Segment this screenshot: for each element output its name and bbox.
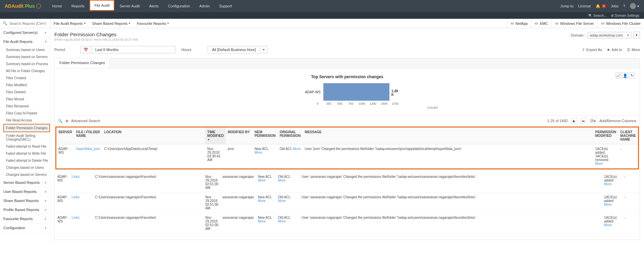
sidebar-item-file-read-access[interactable]: File Read Access <box>0 117 50 124</box>
platform-windows-file-server[interactable]: ▭ Windows File Server <box>551 19 597 28</box>
col-original-permission[interactable]: ORIGINAL PERMISSION <box>278 128 303 144</box>
add-remove-cols[interactable]: Add/Remove Columns <box>599 119 636 123</box>
sidebar-item-files-copy-n-pasted[interactable]: Files Copy-N-Pasted <box>0 110 50 117</box>
tab-permission-changes[interactable]: Folder Permission Changes <box>54 58 110 68</box>
domain-extra-dropdown[interactable]: ▾ <box>633 32 640 39</box>
col-client-machine-name[interactable]: CLIENT MACHINE NAME <box>618 128 638 144</box>
sidebar-item-summary-based-on-process[interactable]: Summary based on Process <box>0 60 50 67</box>
file-link[interactable]: Links <box>72 216 79 219</box>
chart-tool-3[interactable]: ↻ <box>629 72 635 79</box>
table-row[interactable]: ADAP-WSLinksC:\Users\saravanan.nagarajan… <box>55 193 639 213</box>
oldperm-more[interactable]: More <box>278 179 286 182</box>
col-server[interactable]: SERVER <box>56 128 74 144</box>
sidebar-group-server-based-reports[interactable]: Server Based Reports▸ <box>0 178 50 187</box>
alerts-button[interactable]: 🔔3 <box>596 4 606 8</box>
sidebar-item-folder-audit-setting-changes-sacl-[interactable]: Folder Audit Setting Changes(SACL) <box>0 132 50 143</box>
sidebar-item-files-modified[interactable]: Files Modified <box>0 82 50 89</box>
sidebar-item-folder-permission-changes[interactable]: Folder Permission Changes <box>3 124 50 132</box>
file-link[interactable]: Links <box>72 175 79 179</box>
jobs-link[interactable]: Jobs <box>611 4 619 8</box>
col-message[interactable]: MESSAGE <box>303 128 593 144</box>
report-search[interactable]: 🔍 <box>0 19 50 28</box>
table-row[interactable]: ADAP-WShsperfdata_jonnC:\Users\jonn\AppD… <box>56 144 638 168</box>
table-search-icon[interactable]: 🔍 <box>58 119 63 123</box>
subnav-favourite-reports[interactable]: Favourite Reports ▾ <box>133 21 172 26</box>
search-input[interactable] <box>9 21 46 26</box>
sidebar-group-configured-server-s-[interactable]: Configured Server(s)▸ <box>0 28 50 37</box>
sidebar-group-configuration[interactable]: Configuration▸ <box>0 223 50 233</box>
nav-admin[interactable]: Admin <box>195 0 214 12</box>
sidebar-item-changes-based-on-servers[interactable]: Changes based on Servers <box>0 171 50 178</box>
newperm-more[interactable]: More <box>255 151 262 154</box>
sidebar-item-summary-based-on-servers[interactable]: Summary based on Servers <box>0 53 50 60</box>
advanced-search[interactable]: Advanced Search <box>71 119 100 123</box>
platform-netapp[interactable]: ▭ NetApp <box>507 19 531 28</box>
nav-alerts[interactable]: Alerts <box>145 0 163 12</box>
license-link[interactable]: License <box>578 4 591 8</box>
sidebar-item-files-renamed[interactable]: Files Renamed <box>0 103 50 110</box>
pmod-more[interactable]: More <box>604 203 612 206</box>
sidebar-group-favourite-reports[interactable]: Favourite Reports▸ <box>0 214 50 223</box>
oldperm-more[interactable]: More <box>278 199 286 203</box>
export-button[interactable]: ⇪ Export As <box>582 48 602 52</box>
table-row[interactable]: ADAP-WSLinksC:\Users\saravanan.nagarajan… <box>55 213 639 234</box>
global-search[interactable]: 🔍 Search... <box>588 14 607 17</box>
jump-to-link[interactable]: Jump to <box>560 4 574 8</box>
chart-tool-2[interactable]: 👤 <box>622 72 628 79</box>
subnav-share-based-reports[interactable]: Share Based Reports ▾ <box>89 21 133 26</box>
page-size[interactable]: 25▾ <box>590 118 596 124</box>
nav-home[interactable]: Home <box>48 0 66 12</box>
period-select[interactable]: 📅 Last 6 Months <box>80 46 175 53</box>
sidebar-item-all-file-or-folder-changes[interactable]: All File or Folder Changes <box>0 67 50 74</box>
pmod-more[interactable]: More <box>595 162 603 165</box>
newperm-more[interactable]: More <box>258 199 266 203</box>
nav-reports[interactable]: Reports <box>67 0 89 12</box>
table-row[interactable]: ADAP-WSLinksC:\Users\saravanan.nagarajan… <box>55 172 639 193</box>
col-modified-by[interactable]: MODIFIED BY <box>226 128 253 144</box>
file-link[interactable]: Links <box>72 195 79 199</box>
page-last[interactable]: ⏭ <box>581 118 587 124</box>
table-filter-icon[interactable]: ⊕ <box>65 119 68 123</box>
pmod-more[interactable]: More <box>604 182 612 186</box>
sidebar-group-file-audit-reports[interactable]: File Audit Reports▾ <box>0 37 50 46</box>
nav-configuration[interactable]: Configuration <box>164 0 194 12</box>
newperm-more[interactable]: More <box>258 179 266 182</box>
col-time-modified[interactable]: TIME MODIFIED▼ <box>205 128 226 144</box>
platform-windows-file-cluster[interactable]: ▭ Windows File Cluster <box>597 19 644 28</box>
subnav-file-audit-reports[interactable]: File Audit Reports ▾ <box>50 21 89 26</box>
pmod-more[interactable]: More <box>604 223 612 227</box>
user-menu[interactable]: ▾ <box>630 3 639 9</box>
nav-server-audit[interactable]: Server Audit <box>116 0 144 12</box>
sidebar-group-user-based-reports[interactable]: User Based Reports▸ <box>0 187 50 196</box>
sidebar-item-failed-attempt-to-write-file[interactable]: Failed attempt to Write File <box>0 150 50 157</box>
addto-button[interactable]: ★ Add to <box>607 48 622 52</box>
sidebar-group-share-based-reports[interactable]: Share Based Reports▸ <box>0 196 50 205</box>
domain-dropdown[interactable]: adap.workshop.com▾ <box>588 32 631 39</box>
file-link[interactable]: hsperfdata_jonn <box>76 147 100 151</box>
sidebar-item-files-deleted[interactable]: Files Deleted <box>0 89 50 96</box>
sidebar-item-failed-attempt-to-delete-file[interactable]: Failed attempt to Delete File <box>0 157 50 164</box>
platform-emc[interactable]: ▭ EMC <box>531 19 551 28</box>
page-next[interactable]: ▶ <box>571 118 577 124</box>
oldperm-more[interactable]: More <box>278 219 286 223</box>
sidebar-item-files-moved[interactable]: Files Moved <box>0 96 50 103</box>
col-new-permission[interactable]: NEW PERMISSION <box>253 128 278 144</box>
oldperm-more[interactable]: More <box>293 147 301 151</box>
sidebar-item-changes-based-on-users[interactable]: Changes based on Users <box>0 164 50 171</box>
sidebar-item-files-created[interactable]: Files Created <box>0 74 50 82</box>
newperm-more[interactable]: More <box>258 219 266 223</box>
sidebar-item-summary-based-on-users[interactable]: Summary based on Users <box>0 46 50 53</box>
sidebar-item-failed-attempt-to-read-file[interactable]: Failed attempt to Read File <box>0 143 50 150</box>
bar-0[interactable] <box>323 83 389 101</box>
col-permission-modified[interactable]: PERMISSION MODIFIED <box>593 128 619 144</box>
domain-settings[interactable]: ⚙ Domain Settings <box>611 14 639 17</box>
nav-file-audit[interactable]: File Audit <box>90 0 114 11</box>
col-location[interactable]: LOCATION <box>102 128 205 144</box>
col-file-folder-name[interactable]: FILE / FOLDER NAME <box>74 128 102 144</box>
nav-support[interactable]: Support <box>215 0 236 12</box>
more-button[interactable]: ☰ More <box>627 48 640 52</box>
help-button[interactable]: ? <box>623 4 625 8</box>
sidebar-group-profile-based-reports[interactable]: Profile Based Reports▸ <box>0 205 50 214</box>
hours-select[interactable]: All [Default Business Hour] ▾ <box>208 46 268 53</box>
chart-tool-1[interactable]: 📈 <box>615 72 622 79</box>
